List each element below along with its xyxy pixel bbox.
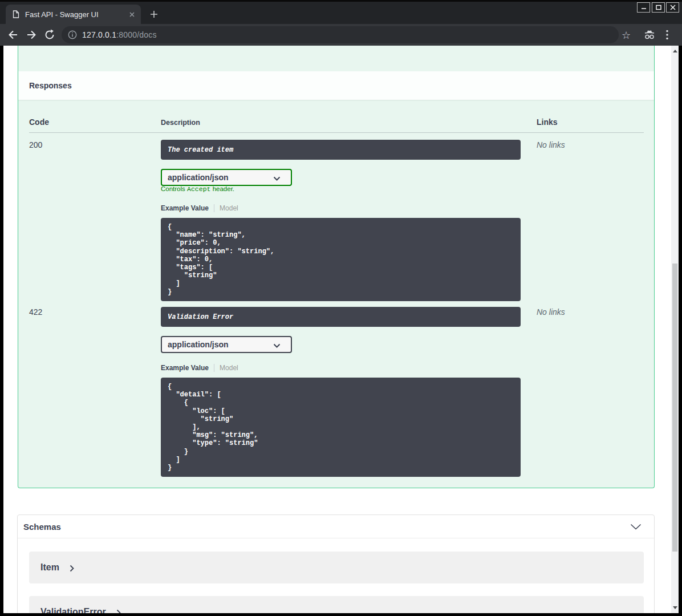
scrollbar-down-arrow[interactable] [673, 606, 677, 609]
responses-opblock: Responses Code Description Links 200 The… [18, 46, 655, 488]
back-button[interactable] [6, 28, 20, 42]
tab-example-value[interactable]: Example Value [161, 364, 209, 372]
menu-icon[interactable] [660, 28, 674, 42]
scrollbar[interactable] [671, 46, 679, 613]
media-type-select[interactable]: application/json [161, 336, 292, 353]
col-header-code: Code [29, 117, 49, 127]
bookmark-star-icon[interactable]: ☆ [619, 28, 633, 42]
model-row-item[interactable]: Item [29, 552, 644, 583]
site-info-icon[interactable] [68, 30, 77, 39]
response-description-box: Validation Error [161, 307, 521, 327]
schemas-title: Schemas [23, 522, 61, 532]
response-description-box: The created item [161, 140, 521, 160]
maximize-button[interactable] [652, 2, 665, 13]
url-text: 127.0.0.1:8000/docs [82, 30, 157, 39]
minimize-button[interactable] [637, 2, 650, 13]
chevron-down-icon [273, 176, 281, 181]
model-name: ValidationError [40, 607, 106, 613]
tab-strip: Fast API - Swagger UI [0, 0, 682, 24]
close-button[interactable] [666, 2, 679, 13]
example-model-tabs: Example Value Model [161, 204, 238, 213]
tab-divider [214, 364, 214, 372]
tab-title: Fast API - Swagger UI [25, 10, 99, 19]
browser-tab[interactable]: Fast API - Swagger UI [6, 5, 141, 24]
tab-example-value[interactable]: Example Value [161, 204, 209, 212]
incognito-icon [643, 28, 656, 42]
reload-button[interactable] [43, 28, 56, 42]
tab-divider [214, 204, 214, 212]
scrollbar-thumb[interactable] [672, 264, 677, 552]
example-json-block: { "detail": [ { "loc": [ "string" ], "ms… [161, 378, 521, 477]
accept-header-note: Controls Accept header. [161, 185, 234, 193]
tab-close-icon[interactable] [127, 10, 136, 19]
forward-button[interactable] [25, 28, 38, 42]
schemas-header[interactable]: Schemas [18, 515, 654, 538]
no-links-label: No links [537, 140, 565, 149]
example-json-block: { "name": "string", "price": 0, "descrip… [161, 218, 521, 301]
col-header-description: Description [161, 119, 200, 127]
chevron-right-icon [116, 609, 121, 614]
chevron-right-icon [70, 565, 74, 572]
no-links-label: No links [537, 307, 565, 317]
scrollbar-up-arrow[interactable] [673, 50, 677, 52]
example-model-tabs: Example Value Model [161, 363, 238, 372]
tab-model[interactable]: Model [220, 204, 238, 212]
model-row-validationerror[interactable]: ValidationError [29, 596, 644, 613]
chevron-down-icon [273, 343, 281, 348]
new-tab-button[interactable] [147, 8, 161, 21]
response-code-200: 200 [29, 140, 42, 149]
response-code-422: 422 [29, 307, 42, 317]
responses-header: Responses [18, 71, 654, 100]
responses-title: Responses [29, 81, 72, 90]
table-header-divider [29, 132, 644, 133]
schemas-card: Schemas Item ValidationError [17, 514, 655, 613]
chevron-down-icon [630, 524, 642, 530]
tab-model[interactable]: Model [220, 364, 238, 372]
swagger-page: Responses Code Description Links 200 The… [3, 46, 679, 613]
browser-toolbar: 127.0.0.1:8000/docs ☆ [0, 24, 682, 46]
media-type-select[interactable]: application/json [161, 169, 292, 186]
col-header-links: Links [537, 117, 558, 127]
model-name: Item [40, 562, 59, 573]
document-favicon-icon [13, 10, 19, 18]
address-bar[interactable]: 127.0.0.1:8000/docs [62, 26, 619, 43]
